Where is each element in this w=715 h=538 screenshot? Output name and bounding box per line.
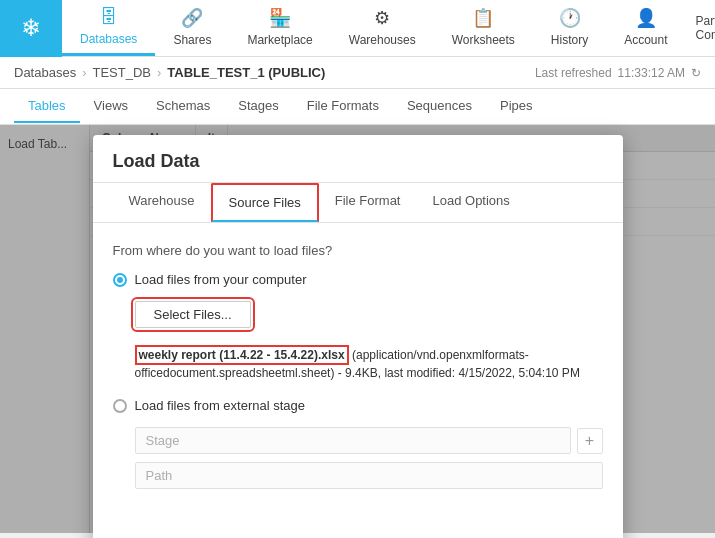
page-content: Load Tab... Column Name lt ID NAME ADDRE… bbox=[0, 125, 715, 533]
tab-load-options[interactable]: Load Options bbox=[416, 183, 525, 222]
shares-icon: 🔗 bbox=[181, 7, 203, 29]
nav-item-account[interactable]: 👤 Account bbox=[606, 0, 685, 56]
modal-tabs: Warehouse Source Files File Format Load … bbox=[93, 183, 623, 223]
nav-items: 🗄 Databases 🔗 Shares 🏪 Marketplace ⚙ War… bbox=[62, 0, 686, 56]
refresh-label: Last refreshed bbox=[535, 66, 612, 80]
nav-label-shares: Shares bbox=[173, 33, 211, 47]
warehouses-icon: ⚙ bbox=[374, 7, 390, 29]
nav-label-marketplace: Marketplace bbox=[247, 33, 312, 47]
radio-external-label: Load files from external stage bbox=[135, 398, 306, 413]
subnav-sequences[interactable]: Sequences bbox=[393, 90, 486, 123]
radio-computer-btn[interactable] bbox=[113, 273, 127, 287]
refresh-info: Last refreshed 11:33:12 AM ↻ bbox=[535, 66, 701, 80]
load-data-modal: Load Data Warehouse Source Files File Fo… bbox=[93, 135, 623, 538]
top-navigation: ❄ 🗄 Databases 🔗 Shares 🏪 Marketplace ⚙ W… bbox=[0, 0, 715, 57]
nav-label-worksheets: Worksheets bbox=[452, 33, 515, 47]
subnav-views[interactable]: Views bbox=[80, 90, 142, 123]
marketplace-icon: 🏪 bbox=[269, 7, 291, 29]
modal-overlay: Load Data Warehouse Source Files File Fo… bbox=[0, 125, 715, 533]
stage-section: + bbox=[135, 427, 603, 489]
breadcrumb-part-1[interactable]: TEST_DB bbox=[93, 65, 152, 80]
history-icon: 🕐 bbox=[559, 7, 581, 29]
breadcrumb-sep-1: › bbox=[157, 65, 161, 80]
file-name: weekly report (11.4.22 - 15.4.22).xlsx bbox=[135, 345, 349, 365]
tab-warehouse[interactable]: Warehouse bbox=[113, 183, 211, 222]
nav-item-history[interactable]: 🕐 History bbox=[533, 0, 606, 56]
stage-input[interactable] bbox=[135, 427, 571, 454]
nav-label-history: History bbox=[551, 33, 588, 47]
radio-external-btn[interactable] bbox=[113, 399, 127, 413]
path-input[interactable] bbox=[135, 462, 603, 489]
from-where-label: From where do you want to load files? bbox=[113, 243, 603, 258]
modal-body: From where do you want to load files? Lo… bbox=[93, 223, 623, 538]
subnav-tables[interactable]: Tables bbox=[14, 90, 80, 123]
breadcrumb: Databases › TEST_DB › TABLE_TEST_1 (PUBL… bbox=[0, 57, 715, 89]
breadcrumb-part-0[interactable]: Databases bbox=[14, 65, 76, 80]
subnav-schemas[interactable]: Schemas bbox=[142, 90, 224, 123]
worksheets-icon: 📋 bbox=[472, 7, 494, 29]
account-icon: 👤 bbox=[635, 7, 657, 29]
subnav-pipes[interactable]: Pipes bbox=[486, 90, 547, 123]
sub-navigation: Tables Views Schemas Stages File Formats… bbox=[0, 89, 715, 125]
breadcrumb-part-2: TABLE_TEST_1 (PUBLIC) bbox=[167, 65, 325, 80]
nav-label-warehouses: Warehouses bbox=[349, 33, 416, 47]
modal-header: Load Data bbox=[93, 135, 623, 183]
modal-title: Load Data bbox=[113, 151, 603, 172]
partner-connect-label: Partner Conne... bbox=[696, 14, 715, 42]
tab-file-format[interactable]: File Format bbox=[319, 183, 417, 222]
nav-item-databases[interactable]: 🗄 Databases bbox=[62, 0, 155, 56]
select-files-button[interactable]: Select Files... bbox=[135, 301, 251, 328]
radio-computer-label: Load files from your computer bbox=[135, 272, 307, 287]
refresh-time: 11:33:12 AM bbox=[618, 66, 685, 80]
databases-icon: 🗄 bbox=[100, 7, 118, 28]
radio-computer[interactable]: Load files from your computer bbox=[113, 272, 603, 287]
breadcrumb-sep-0: › bbox=[82, 65, 86, 80]
tab-source-files[interactable]: Source Files bbox=[211, 183, 319, 222]
partner-connect[interactable]: Partner Conne... bbox=[686, 14, 715, 42]
refresh-icon[interactable]: ↻ bbox=[691, 66, 701, 80]
snowflake-logo: ❄ bbox=[21, 14, 41, 42]
stage-add-button[interactable]: + bbox=[577, 428, 603, 454]
nav-item-marketplace[interactable]: 🏪 Marketplace bbox=[229, 0, 330, 56]
nav-item-shares[interactable]: 🔗 Shares bbox=[155, 0, 229, 56]
subnav-file-formats[interactable]: File Formats bbox=[293, 90, 393, 123]
file-info: weekly report (11.4.22 - 15.4.22).xlsx (… bbox=[135, 346, 603, 382]
subnav-stages[interactable]: Stages bbox=[224, 90, 292, 123]
logo-area: ❄ bbox=[0, 0, 62, 57]
nav-label-account: Account bbox=[624, 33, 667, 47]
nav-label-databases: Databases bbox=[80, 32, 137, 46]
stage-input-row: + bbox=[135, 427, 603, 454]
radio-external[interactable]: Load files from external stage bbox=[113, 398, 603, 413]
nav-item-warehouses[interactable]: ⚙ Warehouses bbox=[331, 0, 434, 56]
nav-item-worksheets[interactable]: 📋 Worksheets bbox=[434, 0, 533, 56]
